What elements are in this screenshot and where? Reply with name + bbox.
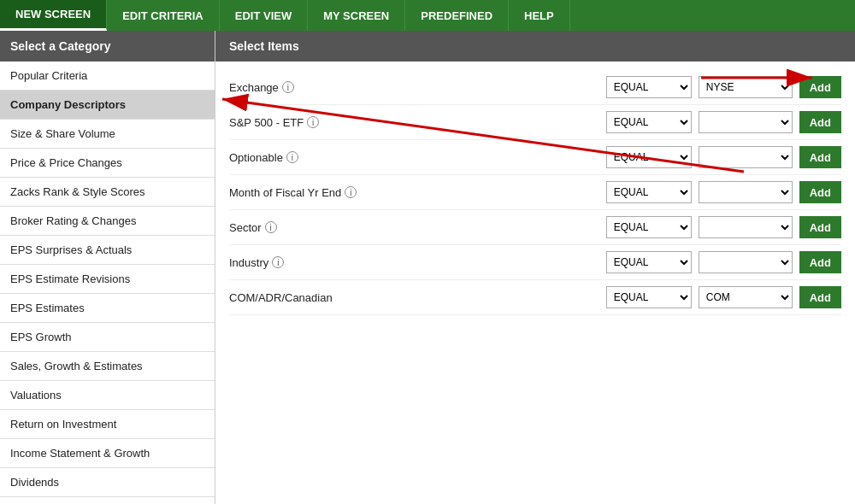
sidebar-items-container: Popular CriteriaCompany DescriptorsSize …: [0, 62, 215, 504]
sidebar-item-11[interactable]: Valuations: [0, 381, 215, 410]
add-button-6[interactable]: Add: [799, 286, 841, 308]
info-icon-1[interactable]: i: [307, 116, 319, 128]
equal-select-1[interactable]: EQUALNOT EQUAL: [606, 111, 692, 133]
info-icon-3[interactable]: i: [345, 186, 357, 198]
top-navigation: NEW SCREEN EDIT CRITERIA EDIT VIEW MY SC…: [0, 0, 855, 31]
equal-select-2[interactable]: EQUALNOT EQUAL: [606, 146, 692, 168]
value-select-6[interactable]: COMADRCanadian: [699, 286, 793, 308]
content-header: Select Items: [215, 31, 855, 62]
sidebar-item-7[interactable]: EPS Estimate Revisions: [0, 265, 215, 294]
sidebar-item-1[interactable]: Company Descriptors: [0, 91, 215, 120]
sidebar-item-2[interactable]: Size & Share Volume: [0, 120, 215, 149]
sidebar: Select a Category Popular CriteriaCompan…: [0, 31, 215, 504]
sidebar-item-12[interactable]: Return on Investment: [0, 410, 215, 439]
equal-select-6[interactable]: EQUALNOT EQUAL: [606, 286, 692, 308]
criteria-row-6: COM/ADR/CanadianEQUALNOT EQUALCOMADRCana…: [229, 280, 841, 315]
info-icon-5[interactable]: i: [272, 256, 284, 268]
content-body: ExchangeiEQUALNOT EQUALNYSENASDAQAMEXAdd…: [215, 62, 855, 504]
info-icon-2[interactable]: i: [286, 151, 298, 163]
criteria-label-2: Optionablei: [229, 151, 417, 164]
nav-help[interactable]: HELP: [509, 0, 570, 31]
sidebar-item-10[interactable]: Sales, Growth & Estimates: [0, 352, 215, 381]
value-select-5[interactable]: [699, 251, 793, 273]
criteria-row-5: IndustryiEQUALNOT EQUALAdd: [229, 245, 841, 280]
add-button-5[interactable]: Add: [799, 251, 841, 273]
nav-predefined[interactable]: PREDEFINED: [405, 0, 509, 31]
content-area: Select Items ExchangeiEQUALNOT EQUALNYSE…: [215, 31, 855, 504]
nav-new-screen[interactable]: NEW SCREEN: [0, 0, 107, 31]
add-button-1[interactable]: Add: [799, 111, 841, 133]
sidebar-item-0[interactable]: Popular Criteria: [0, 62, 215, 91]
nav-my-screen[interactable]: MY SCREEN: [308, 0, 405, 31]
nav-edit-criteria[interactable]: EDIT CRITERIA: [107, 0, 220, 31]
criteria-row-4: SectoriEQUALNOT EQUALAdd: [229, 210, 841, 245]
sidebar-item-8[interactable]: EPS Estimates: [0, 294, 215, 323]
criteria-label-6: COM/ADR/Canadian: [229, 291, 417, 304]
sidebar-item-14[interactable]: Dividends: [0, 468, 215, 497]
value-select-4[interactable]: [699, 216, 793, 238]
criteria-label-5: Industryi: [229, 256, 417, 269]
add-button-2[interactable]: Add: [799, 146, 841, 168]
criteria-row-1: S&P 500 - ETFiEQUALNOT EQUALAdd: [229, 105, 841, 140]
sidebar-item-15[interactable]: Margins & Turnover: [0, 497, 215, 504]
sidebar-header: Select a Category: [0, 31, 215, 62]
value-select-3[interactable]: [699, 181, 793, 203]
criteria-rows-container: ExchangeiEQUALNOT EQUALNYSENASDAQAMEXAdd…: [229, 70, 841, 315]
sidebar-item-4[interactable]: Zacks Rank & Style Scores: [0, 178, 215, 207]
criteria-row-3: Month of Fiscal Yr EndiEQUALNOT EQUALAdd: [229, 175, 841, 210]
sidebar-item-9[interactable]: EPS Growth: [0, 323, 215, 352]
criteria-row-0: ExchangeiEQUALNOT EQUALNYSENASDAQAMEXAdd: [229, 70, 841, 105]
nav-edit-view[interactable]: EDIT VIEW: [220, 0, 308, 31]
sidebar-item-3[interactable]: Price & Price Changes: [0, 149, 215, 178]
criteria-label-4: Sectori: [229, 221, 417, 234]
sidebar-item-5[interactable]: Broker Rating & Changes: [0, 207, 215, 236]
info-icon-4[interactable]: i: [265, 221, 277, 233]
equal-select-5[interactable]: EQUALNOT EQUAL: [606, 251, 692, 273]
value-select-1[interactable]: [699, 111, 793, 133]
add-button-4[interactable]: Add: [799, 216, 841, 238]
sidebar-item-6[interactable]: EPS Surprises & Actuals: [0, 236, 215, 265]
criteria-label-3: Month of Fiscal Yr Endi: [229, 186, 417, 199]
equal-select-3[interactable]: EQUALNOT EQUAL: [606, 181, 692, 203]
equal-select-0[interactable]: EQUALNOT EQUAL: [606, 76, 692, 98]
value-select-2[interactable]: [699, 146, 793, 168]
main-layout: Select a Category Popular CriteriaCompan…: [0, 31, 855, 504]
value-select-0[interactable]: NYSENASDAQAMEX: [699, 76, 793, 98]
add-button-3[interactable]: Add: [799, 181, 841, 203]
criteria-label-1: S&P 500 - ETFi: [229, 116, 417, 129]
criteria-row-2: OptionableiEQUALNOT EQUALAdd: [229, 140, 841, 175]
add-button-0[interactable]: Add: [799, 76, 841, 98]
info-icon-0[interactable]: i: [282, 81, 294, 93]
sidebar-item-13[interactable]: Income Statement & Growth: [0, 439, 215, 468]
criteria-label-0: Exchangei: [229, 81, 417, 94]
equal-select-4[interactable]: EQUALNOT EQUAL: [606, 216, 692, 238]
